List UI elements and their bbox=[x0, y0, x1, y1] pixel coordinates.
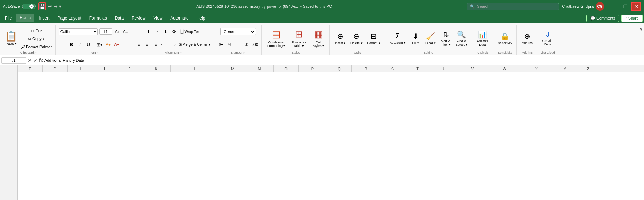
font-size-input[interactable]: 11 bbox=[99, 28, 112, 35]
font-expand-icon[interactable]: ⌐ bbox=[97, 51, 98, 54]
merge-center-button[interactable]: ⊠ Merge & Center ▾ bbox=[177, 41, 212, 48]
currency-button[interactable]: $▾ bbox=[217, 41, 225, 49]
col-header-T: T bbox=[405, 65, 430, 72]
formula-input[interactable] bbox=[44, 58, 643, 63]
format-as-table-button[interactable]: ⊞ Format asTable ▾ bbox=[289, 27, 309, 50]
ribbon-group-font: Calibri ▾ 11 A↑ A↓ B I U ⊞▾ A̲▾ A̲▾ Font… bbox=[57, 25, 132, 55]
clipboard-expand-icon[interactable]: ⌐ bbox=[35, 51, 37, 54]
decrease-decimal-button[interactable]: .0 bbox=[243, 41, 251, 49]
menu-page-layout[interactable]: Page Layout bbox=[54, 14, 85, 22]
menu-help[interactable]: Help bbox=[193, 14, 209, 22]
menu-view[interactable]: View bbox=[150, 14, 166, 22]
text-direction-button[interactable]: ⟳ bbox=[170, 28, 178, 36]
menu-formulas[interactable]: Formulas bbox=[86, 14, 111, 22]
comments-button[interactable]: 💬 Comments bbox=[586, 15, 619, 22]
sensitivity-button[interactable]: 🔒 Sensitivity bbox=[496, 28, 515, 49]
autosum-icon: Σ bbox=[396, 32, 400, 40]
copy-button[interactable]: ⧉ Copy ▾ bbox=[20, 36, 53, 43]
grid[interactable] bbox=[18, 72, 644, 200]
cut-button[interactable]: ✂ Cut bbox=[20, 28, 53, 35]
formula-icons: ✕ ✓ fx bbox=[28, 58, 43, 63]
clear-button[interactable]: 🧹 Clear ▾ bbox=[423, 28, 438, 49]
insert-button[interactable]: ⊕ Insert ▾ bbox=[333, 28, 348, 49]
align-top-button[interactable]: ⬆ bbox=[145, 28, 152, 36]
share-button[interactable]: ↑ Share bbox=[621, 15, 643, 22]
menu-automate[interactable]: Automate bbox=[167, 14, 192, 22]
format-painter-button[interactable]: 🖌 Format Painter bbox=[20, 43, 53, 50]
confirm-formula-icon[interactable]: ✓ bbox=[33, 58, 38, 63]
ribbon-collapse[interactable]: ∧ bbox=[639, 25, 643, 55]
align-left-button[interactable]: ≡ bbox=[135, 41, 143, 49]
addins-icon: ⊕ bbox=[524, 32, 530, 40]
font-name-dropdown[interactable]: Calibri ▾ bbox=[59, 28, 98, 35]
cells-row: ⊕ Insert ▾ ⊖ Delete ▾ ⊟ Format ▾ bbox=[333, 26, 382, 51]
comma-button[interactable]: , bbox=[234, 41, 242, 49]
align-center-button[interactable]: ≡ bbox=[143, 41, 151, 49]
minimize-button[interactable]: — bbox=[610, 2, 620, 11]
underline-button[interactable]: U bbox=[85, 41, 92, 49]
align-middle-button[interactable]: ↔ bbox=[153, 28, 161, 36]
maximize-button[interactable]: ❐ bbox=[621, 2, 630, 11]
col-header-W: W bbox=[487, 65, 522, 72]
format-button[interactable]: ⊟ Format ▾ bbox=[365, 28, 382, 49]
bold-button[interactable]: B bbox=[68, 41, 75, 49]
collapse-icon[interactable]: ∧ bbox=[639, 26, 643, 32]
autosave-toggle[interactable]: Off bbox=[22, 4, 36, 9]
cells-label: Cells bbox=[354, 51, 361, 55]
autosum-button[interactable]: Σ AutoSum ▾ bbox=[388, 28, 408, 49]
cancel-formula-icon[interactable]: ✕ bbox=[28, 58, 32, 63]
font-color-button[interactable]: A̲▾ bbox=[113, 41, 120, 49]
fill-color-button[interactable]: A̲▾ bbox=[104, 41, 112, 49]
find-select-button[interactable]: 🔍 Find &Select ▾ bbox=[454, 28, 469, 49]
ribbon-group-alignment: ⬆ ↔ ⬇ ⟳ ⎣⎦ Wrap Text ≡ ≡ ≡ ⟵ ⟶ ⊠ Merge &… bbox=[133, 25, 214, 55]
get-jira-data-button[interactable]: J Get JiraData bbox=[540, 28, 556, 49]
addins-button[interactable]: ⊕ Add-ins bbox=[520, 28, 535, 49]
align-bottom-button[interactable]: ⬇ bbox=[162, 28, 170, 36]
number-expand-icon[interactable]: ⌐ bbox=[243, 51, 245, 54]
border-button[interactable]: ⊞▾ bbox=[96, 41, 103, 49]
delete-button[interactable]: ⊖ Delete ▾ bbox=[348, 28, 365, 49]
search-box[interactable]: 🔍 bbox=[467, 3, 559, 10]
analyze-data-button[interactable]: 📊 AnalyzeData bbox=[475, 28, 490, 49]
search-input[interactable] bbox=[477, 4, 548, 9]
user-area: Chutkaew Girdpra CG bbox=[562, 2, 604, 11]
alignment-row2: ≡ ≡ ≡ ⟵ ⟶ ⊠ Merge & Center ▾ bbox=[135, 39, 212, 51]
increase-decimal-button[interactable]: .00 bbox=[251, 41, 259, 49]
clipboard-label: Clipboard ⌐ bbox=[20, 51, 37, 55]
ribbon-group-analysis: 📊 AnalyzeData Analysis bbox=[473, 25, 493, 55]
align-right-button[interactable]: ≡ bbox=[152, 41, 160, 49]
conditional-formatting-button[interactable]: ▤ ConditionalFormatting ▾ bbox=[264, 27, 288, 50]
menu-bar: File Home Insert Page Layout Formulas Da… bbox=[0, 13, 644, 23]
percent-button[interactable]: % bbox=[226, 41, 234, 49]
number-format-dropdown[interactable]: General bbox=[220, 28, 256, 35]
autosave-label: AutoSave bbox=[3, 4, 20, 9]
jira-icon: J bbox=[546, 30, 549, 38]
increase-font-size[interactable]: A↑ bbox=[113, 28, 121, 36]
menu-insert[interactable]: Insert bbox=[35, 14, 53, 22]
decrease-font-size[interactable]: A↓ bbox=[122, 28, 129, 36]
col-header-R: R bbox=[352, 65, 380, 72]
menu-data[interactable]: Data bbox=[111, 14, 127, 22]
italic-button[interactable]: I bbox=[76, 41, 84, 49]
cell-styles-button[interactable]: ▦ CellStyles ▾ bbox=[310, 27, 327, 50]
customize-quick-access[interactable]: ▾ bbox=[59, 4, 61, 9]
undo-button[interactable]: ↩ bbox=[48, 4, 52, 9]
close-button[interactable]: ✕ bbox=[631, 2, 641, 11]
fill-button[interactable]: ⬇ Fill ▾ bbox=[408, 28, 423, 49]
save-button[interactable]: 💾 bbox=[38, 2, 46, 10]
avatar[interactable]: CG bbox=[596, 2, 604, 11]
insert-function-icon[interactable]: fx bbox=[39, 58, 43, 63]
alignment-expand-icon[interactable]: ⌐ bbox=[180, 51, 182, 54]
increase-indent-button[interactable]: ⟶ bbox=[169, 41, 177, 49]
decrease-indent-button[interactable]: ⟵ bbox=[160, 41, 168, 49]
menu-review[interactable]: Review bbox=[128, 14, 149, 22]
wrap-text-button[interactable]: ⎣⎦ Wrap Text bbox=[179, 28, 202, 35]
redo-button[interactable]: ↪ bbox=[53, 4, 58, 9]
cell-reference-box[interactable]: .1 bbox=[1, 57, 26, 64]
menu-file[interactable]: File bbox=[1, 14, 15, 22]
menu-home[interactable]: Home bbox=[16, 14, 34, 22]
col-header-O: O bbox=[274, 65, 299, 72]
paste-button[interactable]: 📋 Paste ▾ bbox=[4, 30, 19, 47]
sort-filter-button[interactable]: ⇅ Sort &Filter ▾ bbox=[439, 28, 453, 49]
ribbon-group-editing: Σ AutoSum ▾ ⬇ Fill ▾ 🧹 Clear ▾ ⇅ Sort &F… bbox=[386, 25, 472, 55]
